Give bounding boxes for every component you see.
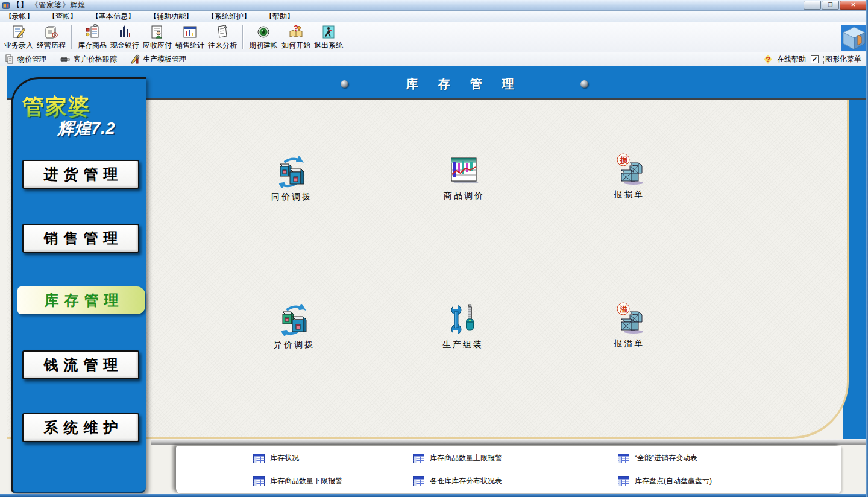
app-window: 【】 《管家婆》辉煌 — ❐ ✕ 【录帐】 【查帐】 【基本信息】 【辅助功能】… bbox=[0, 0, 868, 497]
tile-label: 生产组装 bbox=[442, 340, 483, 350]
menu-auxiliary[interactable]: 【辅助功能】 bbox=[149, 11, 193, 22]
report-label: 各仓库库存分布状况表 bbox=[430, 476, 502, 486]
loss-report-icon: 损 bbox=[613, 153, 646, 186]
sidebar-item-cash-flow-management[interactable]: 钱流管理 bbox=[22, 350, 139, 379]
graphical-menu-label[interactable]: 图形化菜单 bbox=[823, 54, 863, 65]
toolbar-button-label: 经营历程 bbox=[37, 40, 66, 51]
report-label: “全能”进销存变动表 bbox=[635, 453, 697, 463]
toolbar-button-label: 库存商品 bbox=[78, 40, 107, 51]
initial-setup-icon bbox=[256, 24, 271, 40]
secondary-toolbar: 物价管理 客户价格跟踪 生产模板管理 ? bbox=[0, 52, 868, 66]
report-label: 库存商品数量上限报警 bbox=[430, 453, 502, 463]
toolbar-button-label: 期初建帐 bbox=[249, 40, 278, 51]
price-management-icon bbox=[5, 54, 14, 64]
toolbar-cash-bank-button[interactable]: 现金银行 bbox=[108, 24, 141, 51]
overflow-badge-char: 溢 bbox=[620, 305, 628, 314]
sales-statistics-icon bbox=[182, 24, 198, 40]
tile-overflow-report[interactable]: 溢 报溢单 bbox=[593, 302, 665, 354]
customer-price-tracking-icon bbox=[60, 54, 71, 64]
toolbar-transactions-analysis-button[interactable]: 往来分析 bbox=[206, 24, 239, 51]
customer-price-tracking-button[interactable]: 客户价格跟踪 bbox=[60, 54, 117, 65]
toolbar-inventory-goods-button[interactable]: 库存商品 bbox=[76, 24, 108, 51]
tile-diff-price-transfer[interactable]: 异价调拨 bbox=[258, 303, 330, 355]
table-icon bbox=[413, 454, 424, 463]
price-management-label: 物价管理 bbox=[17, 54, 46, 65]
restore-button[interactable]: ❐ bbox=[822, 1, 839, 10]
sidebar-item-system-maintenance[interactable]: 系统维护 bbox=[22, 413, 139, 442]
tile-loss-report[interactable]: 损 报损单 bbox=[593, 153, 665, 205]
toolbar-initial-setup-button[interactable]: 期初建帐 bbox=[247, 24, 280, 51]
menu-query[interactable]: 【查帐】 bbox=[48, 11, 77, 22]
table-icon bbox=[253, 454, 265, 463]
tile-label: 报损单 bbox=[614, 189, 645, 200]
exit-system-icon bbox=[321, 24, 336, 40]
menu-record[interactable]: 【录帐】 bbox=[5, 11, 34, 22]
tile-label: 商品调价 bbox=[444, 191, 485, 201]
brand-cube-logo bbox=[841, 25, 867, 51]
menu-basic-info[interactable]: 【基本信息】 bbox=[92, 11, 135, 22]
brand-version-text: 辉煌7.2 bbox=[57, 118, 116, 139]
table-icon bbox=[618, 454, 629, 463]
loss-badge-char: 损 bbox=[619, 156, 628, 165]
report-stock-taking[interactable]: 库存盘点(自动盘赢盘亏) bbox=[618, 476, 712, 486]
menu-help[interactable]: 【帮助】 bbox=[265, 11, 294, 22]
tile-label: 同价调拨 bbox=[271, 192, 312, 203]
minimize-button[interactable]: — bbox=[804, 1, 821, 10]
report-upper-limit-alert[interactable]: 库存商品数量上限报警 bbox=[413, 453, 502, 463]
report-warehouse-distribution[interactable]: 各仓库库存分布状况表 bbox=[413, 476, 502, 486]
toolbar-button-label: 业务录入 bbox=[4, 40, 33, 51]
online-help-link[interactable]: 在线帮助 bbox=[777, 54, 806, 65]
online-help-icon: ? bbox=[764, 55, 772, 64]
operations-history-icon bbox=[43, 24, 59, 40]
window-title: 【】 《管家婆》辉煌 bbox=[13, 0, 86, 10]
table-icon bbox=[413, 476, 424, 486]
bottom-divider bbox=[151, 439, 868, 445]
report-label: 库存盘点(自动盘赢盘亏) bbox=[635, 476, 712, 486]
window-bottom-border bbox=[0, 494, 868, 497]
toolbar-button-label: 现金银行 bbox=[110, 40, 139, 51]
toolbar-exit-system-button[interactable]: 退出系统 bbox=[312, 24, 345, 51]
tile-same-price-transfer[interactable]: 同价调拨 bbox=[256, 156, 328, 207]
production-template-button[interactable]: 生产模板管理 bbox=[130, 54, 186, 65]
toolbar-button-label: 应收应付 bbox=[143, 40, 172, 51]
price-management-button[interactable]: 物价管理 bbox=[5, 54, 46, 65]
same-price-transfer-icon bbox=[275, 156, 308, 188]
menu-system-maintenance[interactable]: 【系统维护】 bbox=[207, 11, 251, 22]
toolbar-operations-history-button[interactable]: 经营历程 bbox=[35, 24, 68, 51]
report-almighty-change-table[interactable]: “全能”进销存变动表 bbox=[618, 453, 697, 463]
business-entry-icon bbox=[11, 24, 27, 40]
sidebar-item-sales-management[interactable]: 销售管理 bbox=[22, 224, 139, 253]
main-toolbar: 业务录入 经营历程 bbox=[0, 22, 868, 52]
customer-price-tracking-label: 客户价格跟踪 bbox=[74, 54, 117, 65]
tile-label: 报溢单 bbox=[614, 338, 645, 349]
toolbar-receivable-payable-button[interactable]: 应收应付 bbox=[141, 24, 174, 51]
toolbar-separator bbox=[242, 25, 244, 49]
sidebar-item-purchase-management[interactable]: 进货管理 bbox=[22, 160, 139, 189]
tile-goods-price-adjust[interactable]: 商品调价 bbox=[428, 154, 500, 206]
close-button[interactable]: ✕ bbox=[840, 1, 867, 10]
sphere-bullet-icon bbox=[341, 80, 348, 88]
cash-bank-icon bbox=[117, 24, 133, 40]
goods-price-adjust-icon bbox=[448, 154, 480, 187]
section-header: 库 存 管 理 bbox=[145, 74, 784, 94]
title-bar: 【】 《管家婆》辉煌 — ❐ ✕ bbox=[0, 0, 868, 11]
sidebar-item-inventory-management[interactable]: 库存管理 bbox=[17, 286, 145, 314]
toolbar-separator bbox=[71, 25, 72, 49]
production-assembly-icon bbox=[447, 303, 479, 336]
production-template-label: 生产模板管理 bbox=[143, 54, 186, 65]
toolbar-button-label: 如何开始 bbox=[281, 40, 310, 51]
app-icon bbox=[2, 1, 10, 10]
tile-production-assembly[interactable]: 生产组装 bbox=[427, 303, 499, 355]
how-to-start-icon: ? bbox=[288, 24, 304, 40]
diff-price-transfer-icon bbox=[278, 303, 310, 336]
graphical-menu-checkbox[interactable]: ✓ bbox=[811, 55, 819, 63]
toolbar-how-to-start-button[interactable]: ? 如何开始 bbox=[280, 24, 312, 51]
toolbar-sales-statistics-button[interactable]: 销售统计 bbox=[174, 24, 206, 51]
sphere-bullet-icon bbox=[580, 80, 588, 88]
toolbar-business-entry-button[interactable]: 业务录入 bbox=[2, 24, 35, 51]
report-inventory-status[interactable]: 库存状况 bbox=[253, 453, 299, 463]
report-lower-limit-alert[interactable]: 库存商品数量下限报警 bbox=[253, 476, 342, 486]
report-label: 库存状况 bbox=[270, 453, 299, 463]
receivable-payable-icon bbox=[149, 24, 165, 40]
tile-label: 异价调拨 bbox=[274, 340, 315, 350]
